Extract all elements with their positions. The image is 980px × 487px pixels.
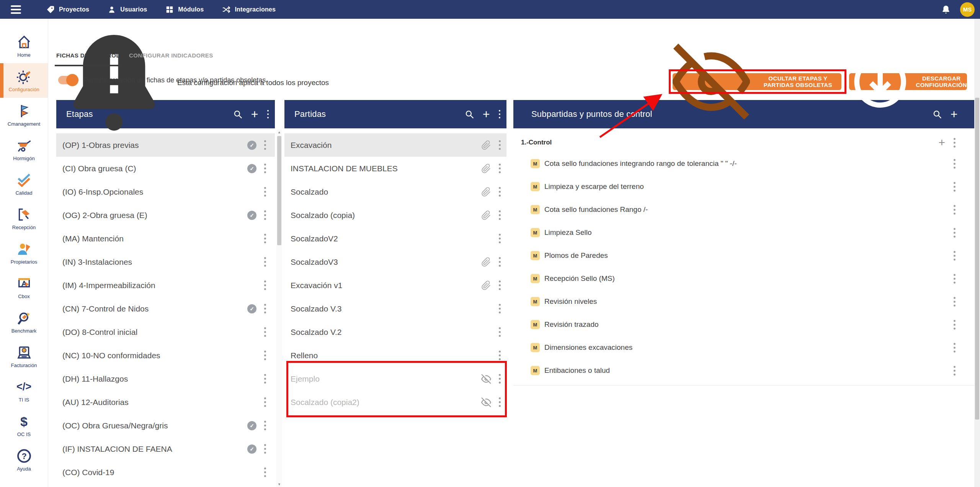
kebab-menu-icon[interactable] xyxy=(498,140,501,150)
scroll-down-icon[interactable]: ▼ xyxy=(276,482,282,486)
etapa-row[interactable]: (DO) 8-Control inicial ✓ xyxy=(56,320,275,344)
page-scrollbar[interactable] xyxy=(974,19,980,487)
kebab-menu-icon[interactable] xyxy=(953,297,956,307)
sidebar-item[interactable]: Cmanagement xyxy=(0,98,48,132)
hide-obsolete-button[interactable]: OCULTAR ETAPAS Y PARTIDAS OBSOLETAS xyxy=(673,73,841,90)
etapa-row[interactable]: (OC) Obra Gruesa/Negra/gris ✓ xyxy=(56,414,275,437)
kebab-menu-icon[interactable] xyxy=(953,343,956,353)
kebab-menu-icon[interactable] xyxy=(263,280,266,290)
sidebar-item[interactable]: Propietarios xyxy=(0,236,48,270)
etapa-row[interactable]: (IO) 6-Insp.Opcionales ✓ xyxy=(56,180,275,203)
kebab-menu-icon[interactable] xyxy=(263,421,266,430)
control-point-row[interactable]: M Plomos de Paredes xyxy=(513,244,974,267)
kebab-menu-icon[interactable] xyxy=(498,234,501,243)
search-icon[interactable] xyxy=(932,109,942,119)
partida-row[interactable]: Socalzado xyxy=(284,180,506,203)
add-control-point-button[interactable]: + xyxy=(938,138,945,148)
sidebar-item[interactable]: ? Ayuda xyxy=(0,443,48,477)
kebab-menu-icon[interactable] xyxy=(953,159,956,169)
sidebar-item[interactable]: Benchmark xyxy=(0,305,48,339)
partida-row[interactable]: INSTALACION DE MUEBLES xyxy=(284,157,506,180)
control-point-row[interactable]: M Cota sello fundaciones integrando rang… xyxy=(513,152,974,175)
partida-row[interactable]: Excavación v1 xyxy=(284,274,506,297)
scroll-up-icon[interactable]: ▲ xyxy=(276,130,282,134)
kebab-menu-icon[interactable] xyxy=(953,228,956,238)
kebab-menu-icon[interactable] xyxy=(498,304,501,313)
sidebar-item[interactable]: Home xyxy=(0,29,48,63)
sidebar-item[interactable]: Calidad xyxy=(0,167,48,201)
kebab-menu-icon[interactable] xyxy=(263,327,266,337)
kebab-menu-icon[interactable] xyxy=(498,210,501,220)
page-scrollbar-thumb[interactable] xyxy=(975,98,979,420)
kebab-menu-icon[interactable] xyxy=(498,374,501,384)
etapa-row[interactable]: (AU) 12-Auditorias ✓ xyxy=(56,390,275,414)
kebab-menu-icon[interactable] xyxy=(953,320,956,330)
partida-row[interactable]: SocalzadoV2 xyxy=(284,227,506,250)
kebab-menu-icon[interactable] xyxy=(498,110,501,118)
kebab-menu-icon[interactable] xyxy=(263,257,266,267)
partida-row[interactable]: Socalzado V.3 xyxy=(284,297,506,320)
kebab-menu-icon[interactable] xyxy=(263,187,266,197)
top-menu-item[interactable]: Módulos xyxy=(165,5,204,14)
avatar[interactable]: MS xyxy=(960,2,975,17)
notifications-bell-icon[interactable] xyxy=(941,5,951,15)
sidebar-item[interactable]: </> TI IS xyxy=(0,374,48,408)
sidebar-item[interactable]: Facturación xyxy=(0,339,48,374)
add-subpartida-button[interactable]: + xyxy=(949,109,959,119)
etapas-scrollbar[interactable]: ▲ ▼ xyxy=(276,130,282,487)
etapa-row[interactable]: (IF) INSTALACION DE FAENA ✓ xyxy=(56,437,275,461)
kebab-menu-icon[interactable] xyxy=(263,374,266,384)
kebab-menu-icon[interactable] xyxy=(263,351,266,360)
add-partida-button[interactable]: + xyxy=(481,109,491,119)
control-point-row[interactable]: M Dimensiones excavaciones xyxy=(513,336,974,359)
control-point-row[interactable]: M Revisión trazado xyxy=(513,313,974,336)
tab[interactable]: FICHAS DE CONTROL xyxy=(55,49,121,66)
kebab-menu-icon[interactable] xyxy=(953,182,956,192)
etapa-row[interactable]: (CI) Obra gruesa (C) ✓ xyxy=(56,157,275,180)
control-point-row[interactable]: M Cota sello fundaciones Rango /- xyxy=(513,198,974,221)
kebab-menu-icon[interactable] xyxy=(263,140,266,150)
etapa-row[interactable]: (NC) 10-NO conformidades ✓ xyxy=(56,344,275,367)
kebab-menu-icon[interactable] xyxy=(263,397,266,407)
top-menu-item[interactable]: Integraciones xyxy=(222,5,276,14)
kebab-menu-icon[interactable] xyxy=(263,304,266,313)
etapa-row[interactable]: (OG) 2-Obra gruesa (E) ✓ xyxy=(56,203,275,227)
kebab-menu-icon[interactable] xyxy=(498,327,501,337)
etapas-scrollbar-thumb[interactable] xyxy=(277,136,281,245)
etapa-row[interactable]: (CO) Covid-19 ✓ xyxy=(56,461,275,484)
partida-row[interactable]: Relleno xyxy=(284,344,506,367)
kebab-menu-icon[interactable] xyxy=(498,280,501,290)
etapa-row[interactable]: (CN) 7-Control de Nidos ✓ xyxy=(56,297,275,320)
kebab-menu-icon[interactable] xyxy=(263,467,266,477)
kebab-menu-icon[interactable] xyxy=(263,210,266,220)
control-point-row[interactable]: M Revisión niveles xyxy=(513,290,974,313)
etapa-row[interactable]: (DH) 11-Hallazgos ✓ xyxy=(56,367,275,390)
hamburger-menu-icon[interactable] xyxy=(11,5,21,14)
search-icon[interactable] xyxy=(464,109,474,119)
etapa-row[interactable]: (IM) 4-Impermeabilización ✓ xyxy=(56,274,275,297)
control-point-row[interactable]: M Limpieza y escarpe del terreno xyxy=(513,175,974,198)
partida-row[interactable]: SocalzadoV3 xyxy=(284,250,506,274)
download-config-button[interactable]: DESCARGAR CONFIGURACIÓN xyxy=(849,73,967,90)
partida-row[interactable]: Ejemplo xyxy=(284,367,506,390)
control-point-row[interactable]: M Entibaciones o talud xyxy=(513,359,974,382)
kebab-menu-icon[interactable] xyxy=(498,397,501,407)
control-point-row[interactable]: M Recepción Sello (MS) xyxy=(513,267,974,290)
tab[interactable]: CONFIGURAR INDICADORES xyxy=(127,49,215,66)
kebab-menu-icon[interactable] xyxy=(263,164,266,173)
kebab-menu-icon[interactable] xyxy=(953,366,956,375)
kebab-menu-icon[interactable] xyxy=(498,164,501,173)
kebab-menu-icon[interactable] xyxy=(498,187,501,197)
top-menu-item[interactable]: Proyectos xyxy=(46,5,89,14)
kebab-menu-icon[interactable] xyxy=(498,257,501,267)
kebab-menu-icon[interactable] xyxy=(263,444,266,454)
sidebar-item[interactable]: $ OC IS xyxy=(0,408,48,443)
allow-obsolete-toggle[interactable] xyxy=(58,76,77,84)
kebab-menu-icon[interactable] xyxy=(498,351,501,360)
kebab-menu-icon[interactable] xyxy=(953,205,956,215)
kebab-menu-icon[interactable] xyxy=(953,251,956,261)
partida-row[interactable]: Socalzado (copia) xyxy=(284,203,506,227)
kebab-menu-icon[interactable] xyxy=(263,234,266,243)
kebab-menu-icon[interactable] xyxy=(953,138,956,148)
sidebar-item[interactable]: Configuración xyxy=(0,63,48,98)
